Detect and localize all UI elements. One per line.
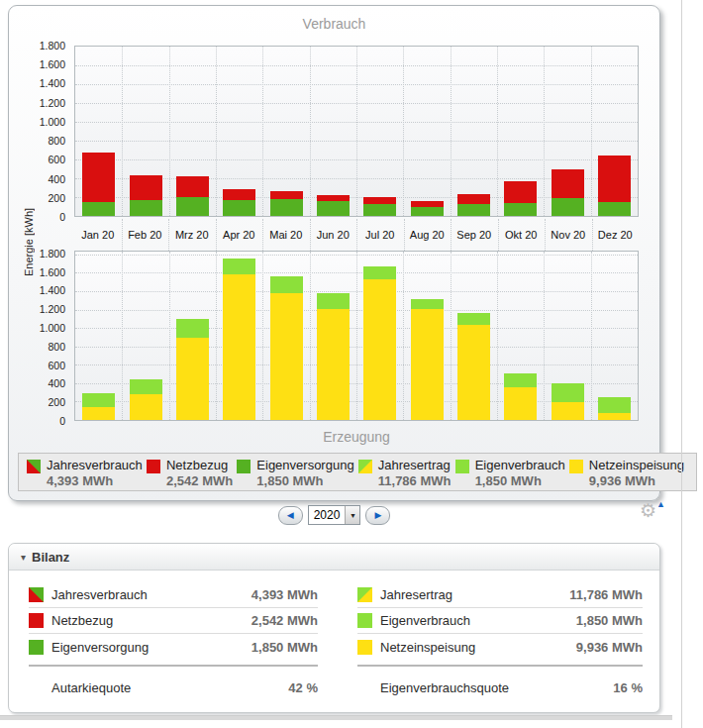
y-tick-label: 200 xyxy=(48,192,65,204)
chevron-down-icon: ▼ xyxy=(345,506,359,524)
grid-purchase-icon xyxy=(147,460,160,473)
year-select[interactable]: 2020 ▼ xyxy=(308,505,361,525)
y-tick-label: 1.200 xyxy=(40,97,65,109)
bilanz-panel: ▾ Bilanz Jahresverbrauch 4,393 MWh Netzb… xyxy=(8,543,660,713)
x-axis-label: Jan 20 xyxy=(81,229,114,241)
x-axis-label: Dez 20 xyxy=(598,229,633,241)
divider xyxy=(29,665,318,667)
export-arrow-icon: ▲ xyxy=(656,499,665,509)
x-axis-label: Jul 20 xyxy=(365,229,394,241)
chart-settings-button[interactable]: ⚙ ▲ xyxy=(640,500,663,524)
yield-split-icon xyxy=(357,587,372,602)
bar-segment-netzeinspeisung xyxy=(317,309,350,420)
energy-dashboard-page: Verbrauch Energie [kWh] 02004006008001.0… xyxy=(0,0,703,728)
bar-segment-netzeinspeisung xyxy=(504,387,537,420)
bar-segment-netzeinspeisung xyxy=(411,309,444,420)
bar-segment-eigenverbrauch xyxy=(598,397,631,413)
consumption-split-icon xyxy=(29,587,44,602)
previous-year-button[interactable]: ◀ xyxy=(278,506,303,525)
grid-feed-in-icon xyxy=(569,460,583,473)
y-tick-label: 1.000 xyxy=(40,116,65,128)
self-consumption-icon xyxy=(357,613,372,628)
bar-segment-netzeinspeisung xyxy=(130,394,162,420)
y-tick-label: 1.400 xyxy=(40,77,65,89)
y-tick-label: 1.800 xyxy=(40,40,65,52)
consumption-split-icon xyxy=(27,460,41,473)
x-axis-label: Nov 20 xyxy=(551,229,585,241)
y-tick-label: 600 xyxy=(48,360,65,371)
x-axis-label: Sep 20 xyxy=(456,229,491,241)
next-year-button[interactable]: ▶ xyxy=(365,506,390,525)
legend-item-netzbezug: Netzbezug2,542 MWh xyxy=(147,458,233,490)
bilanz-right-column: Jahresertrag 11,786 MWh Eigenverbrauch 1… xyxy=(357,582,643,700)
bilanz-row-jahresertrag: Jahresertrag 11,786 MWh xyxy=(357,582,643,608)
grid-feed-in-icon xyxy=(357,640,372,655)
y-tick-label: 600 xyxy=(48,154,65,165)
self-consumption-quote-row: Eigenverbrauchsquote 16 % xyxy=(357,675,643,700)
bar-segment-eigenversorgung xyxy=(82,202,115,216)
bar-segment-eigenverbrauch xyxy=(504,373,537,387)
bar-segment-netzbezug xyxy=(270,191,303,200)
autarky-quote-row: Autarkiequote 42 % xyxy=(29,675,318,700)
bar-segment-eigenverbrauch xyxy=(176,319,209,339)
bar-segment-netzeinspeisung xyxy=(176,338,209,420)
x-axis-label: Aug 20 xyxy=(410,229,445,241)
y-tick-label: 1.800 xyxy=(40,248,65,260)
y-tick-label: 800 xyxy=(48,341,65,353)
upper-chart-y-axis: 02004006008001.0001.2001.4001.6001.800 xyxy=(9,46,68,217)
x-axis-label: Apr 20 xyxy=(223,229,254,241)
bar-segment-eigenversorgung xyxy=(411,207,444,217)
bar-segment-netzeinspeisung xyxy=(223,274,255,420)
page-divider xyxy=(681,0,682,728)
bar-segment-eigenversorgung xyxy=(270,199,303,216)
bilanz-body: Jahresverbrauch 4,393 MWh Netzbezug 2,54… xyxy=(9,571,659,713)
legend-item-jahresertrag: Jahresertrag11,786 MWh xyxy=(358,458,452,490)
self-consumption-icon xyxy=(455,460,469,473)
bar-segment-netzbezug xyxy=(457,194,490,204)
gear-icon: ⚙ xyxy=(640,500,656,521)
year-navigation: ◀ 2020 ▼ ▶ xyxy=(8,504,660,526)
bar-segment-netzbezug xyxy=(504,181,537,202)
generation-chart-plot xyxy=(74,251,639,421)
bilanz-header[interactable]: ▾ Bilanz xyxy=(9,544,659,571)
bar-segment-eigenversorgung xyxy=(504,203,537,216)
bar-segment-eigenverbrauch xyxy=(130,379,162,394)
bar-segment-netzbezug xyxy=(130,175,162,201)
y-tick-label: 0 xyxy=(59,211,65,223)
bar-segment-netzeinspeisung xyxy=(598,413,631,420)
legend-item-jahresverbrauch: Jahresverbrauch4,393 MWh xyxy=(27,458,143,490)
y-tick-label: 400 xyxy=(48,377,65,389)
chart-legend: Jahresverbrauch4,393 MWh Netzbezug2,542 … xyxy=(18,453,697,491)
y-tick-label: 1.600 xyxy=(40,58,65,70)
bar-segment-netzeinspeisung xyxy=(363,279,396,420)
bar-segment-eigenversorgung xyxy=(130,200,162,216)
y-tick-label: 1.000 xyxy=(40,322,65,334)
bar-segment-eigenverbrauch xyxy=(457,313,490,325)
bilanz-row-netzbezug: Netzbezug 2,542 MWh xyxy=(29,608,318,634)
y-tick-label: 800 xyxy=(48,135,65,147)
bilanz-left-column: Jahresverbrauch 4,393 MWh Netzbezug 2,54… xyxy=(29,582,318,700)
x-axis-label: Mrz 20 xyxy=(175,229,209,241)
y-tick-label: 1.600 xyxy=(40,266,65,278)
bilanz-row-eigenversorgung: Eigenversorgung 1,850 MWh xyxy=(29,634,318,660)
divider xyxy=(357,665,643,667)
self-supply-icon xyxy=(29,640,44,655)
self-supply-icon xyxy=(237,460,251,473)
bar-segment-netzeinspeisung xyxy=(270,293,303,420)
bar-segment-eigenversorgung xyxy=(552,198,584,216)
bar-segment-eigenverbrauch xyxy=(82,393,115,407)
bilanz-title: Bilanz xyxy=(32,550,69,565)
bar-segment-eigenverbrauch xyxy=(317,293,350,308)
horizontal-scrollbar[interactable] xyxy=(0,715,672,720)
bar-segment-eigenverbrauch xyxy=(270,276,303,293)
bar-segment-eigenverbrauch xyxy=(223,259,255,275)
grid-purchase-icon xyxy=(29,613,44,628)
x-axis-label: Mai 20 xyxy=(269,229,302,241)
year-select-value: 2020 xyxy=(309,506,346,524)
bar-segment-netzbezug xyxy=(82,153,115,202)
bilanz-row-netzeinspeisung: Netzeinspeisung 9,936 MWh xyxy=(357,634,643,660)
lower-chart-y-axis: 02004006008001.0001.2001.4001.6001.800 xyxy=(9,251,68,421)
legend-item-netzeinspeisung: Netzeinspeisung9,936 MWh xyxy=(569,458,684,490)
bar-segment-eigenversorgung xyxy=(457,204,490,216)
bar-segment-netzbezug xyxy=(598,156,631,202)
